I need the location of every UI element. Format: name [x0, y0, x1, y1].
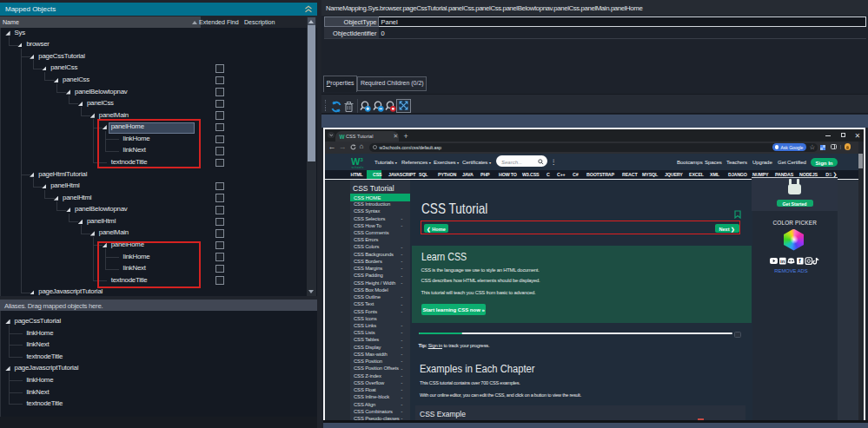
- svg-text:in: in: [780, 259, 785, 264]
